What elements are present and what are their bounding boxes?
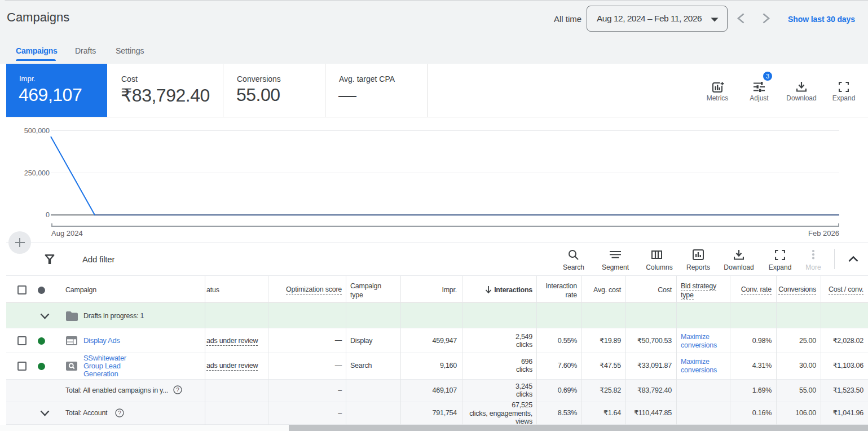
svg-text:?: ? [118,410,121,416]
svg-text:?: ? [176,387,179,393]
